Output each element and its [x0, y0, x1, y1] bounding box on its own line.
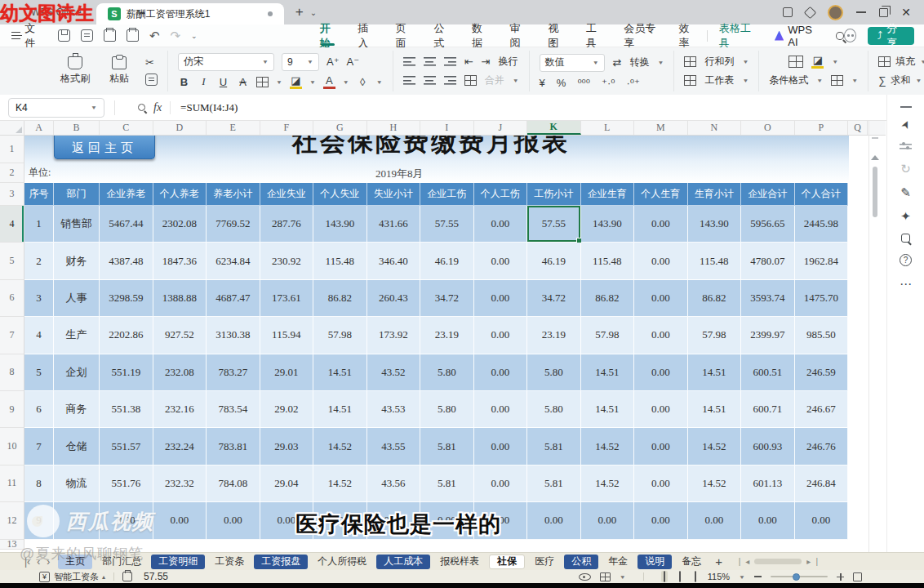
cell[interactable]: 230.92 — [260, 243, 314, 279]
cell[interactable]: 783.54 — [207, 391, 260, 428]
formula-input[interactable]: =SUM(I4:J4) — [170, 101, 238, 114]
sheet-tab-工资明细[interactable]: 工资明细 — [151, 555, 205, 569]
cell[interactable]: 仓储 — [54, 428, 100, 465]
cell[interactable]: 43.52 — [367, 354, 421, 391]
tab-会员专享[interactable]: 会员专享 — [624, 24, 657, 47]
cut-icon[interactable]: ✂ — [145, 56, 158, 69]
magic-wand-icon[interactable]: ✦ — [900, 210, 911, 222]
tab-scroll-thumb[interactable] — [754, 559, 802, 564]
cell[interactable]: 29.04 — [260, 466, 314, 502]
merge-cells-button[interactable]: 合并 — [485, 74, 504, 87]
align-right-icon[interactable] — [444, 76, 456, 85]
table-column-header[interactable]: 生育小计 — [688, 183, 742, 206]
cell[interactable]: 7 — [24, 428, 54, 465]
cell[interactable]: 3 — [24, 280, 54, 317]
align-bottom-icon[interactable] — [444, 57, 456, 66]
row-header-6[interactable]: 6 — [0, 280, 24, 317]
table-column-header[interactable]: 部门 — [54, 183, 100, 206]
cell[interactable]: 600.51 — [741, 354, 795, 391]
cell[interactable]: 7769.52 — [207, 206, 260, 243]
cell[interactable]: 14.52 — [688, 428, 742, 465]
cell[interactable]: 5.80 — [420, 354, 474, 391]
cell[interactable]: 0.00 — [527, 502, 581, 539]
more-icon[interactable]: ⋯ — [900, 278, 912, 290]
cell[interactable]: 0.00 — [634, 391, 688, 428]
undo-icon[interactable]: ↶ — [149, 29, 160, 42]
column-header-M[interactable]: M — [634, 121, 688, 135]
cell[interactable]: 246.59 — [795, 354, 849, 391]
workspace-icon[interactable] — [783, 7, 793, 17]
redo-icon[interactable]: ↷ — [171, 29, 181, 42]
cell[interactable]: 246.76 — [795, 428, 849, 465]
tab-公式[interactable]: 公式 — [433, 24, 451, 47]
row-header-1[interactable]: 1 — [0, 136, 24, 163]
cell[interactable]: 0.00 — [634, 206, 688, 243]
cell[interactable]: 3593.74 — [741, 280, 795, 317]
zoom-slider-handle[interactable] — [793, 573, 800, 581]
cell[interactable]: 2399.97 — [741, 317, 795, 354]
cell[interactable]: 1388.88 — [153, 280, 207, 317]
column-header-P[interactable]: P — [795, 121, 849, 135]
cell[interactable]: 0.00 — [634, 354, 688, 391]
column-header-G[interactable]: G — [313, 121, 367, 135]
tab-页面[interactable]: 页面 — [396, 24, 413, 47]
sheet-tab-个人所得税[interactable]: 个人所得税 — [310, 555, 374, 569]
cell[interactable]: 86.82 — [581, 280, 635, 317]
bold-button[interactable]: B — [178, 76, 190, 88]
eye-protect-icon[interactable] — [579, 573, 591, 581]
cell[interactable]: 8 — [24, 466, 54, 502]
shrink-font-button[interactable]: A⁻ — [347, 56, 360, 68]
cell[interactable]: 232.16 — [153, 391, 207, 428]
loop-selection-icon[interactable]: ↻ — [900, 163, 911, 175]
column-header-Q[interactable]: Q — [848, 121, 868, 135]
row-header-3[interactable]: 3 — [0, 183, 24, 206]
cell[interactable]: 551.19 — [100, 354, 153, 391]
selection-stats-icon[interactable] — [122, 572, 132, 581]
cell[interactable]: 783.81 — [207, 428, 260, 465]
cell[interactable]: 260.43 — [367, 280, 421, 317]
cell[interactable]: 0.00 — [474, 280, 528, 317]
cell[interactable]: 0.00 — [474, 354, 528, 391]
sheet-tab-年金[interactable]: 年金 — [601, 555, 635, 569]
print-icon[interactable] — [104, 29, 116, 42]
table-column-header[interactable]: 企业养老 — [100, 183, 153, 206]
sheet-tab-工资条[interactable]: 工资条 — [207, 555, 251, 569]
normal-view-icon[interactable] — [664, 571, 665, 582]
cell[interactable]: 2202.86 — [100, 317, 153, 354]
properties-sliders-icon[interactable] — [900, 141, 912, 151]
cell[interactable]: 551.38 — [100, 391, 153, 428]
restore-button[interactable] — [879, 8, 888, 17]
smart-payslip-button[interactable]: 智能工资条 — [54, 571, 99, 583]
cell[interactable]: 115.48 — [688, 243, 742, 279]
scrollbar-thumb[interactable] — [873, 167, 877, 217]
row-header-4[interactable]: 4 — [0, 206, 24, 243]
table-column-header[interactable]: 企业生育 — [581, 183, 635, 206]
split-handle[interactable] — [872, 137, 878, 139]
cell[interactable]: 985.50 — [795, 317, 849, 354]
cell[interactable]: 4387.48 — [100, 243, 153, 279]
cell[interactable]: 14.52 — [688, 466, 742, 502]
row-header-2[interactable]: 2 — [0, 163, 24, 183]
cell[interactable]: 物流 — [54, 466, 100, 502]
table-column-header[interactable]: 企业合计 — [741, 183, 795, 206]
cell[interactable]: 0.00 — [581, 502, 635, 539]
convert-button[interactable]: 转换 — [630, 56, 650, 69]
cell[interactable]: 14.51 — [581, 354, 635, 391]
tab-审阅[interactable]: 审阅 — [510, 24, 527, 47]
currency-button[interactable]: ¥ — [540, 77, 545, 89]
cell[interactable]: 4 — [24, 317, 54, 354]
cell[interactable]: 6 — [24, 391, 54, 428]
cell[interactable]: 3298.59 — [100, 280, 153, 317]
name-box[interactable]: K4 ▼ — [8, 98, 104, 118]
help-icon[interactable]: ? — [900, 254, 912, 266]
cell[interactable]: 115.94 — [260, 317, 314, 354]
cell[interactable]: 57.98 — [688, 317, 742, 354]
cell[interactable]: 14.51 — [581, 391, 635, 428]
search-icon[interactable] — [836, 32, 843, 40]
format-painter-button[interactable]: 格式刷 — [57, 56, 93, 86]
cell[interactable]: 财务 — [54, 243, 100, 279]
back-to-home-button[interactable]: 返回主页 — [54, 136, 155, 159]
close-button[interactable]: ✕ — [901, 7, 911, 18]
cell[interactable]: 143.90 — [313, 206, 367, 243]
minimize-button[interactable] — [856, 11, 866, 13]
